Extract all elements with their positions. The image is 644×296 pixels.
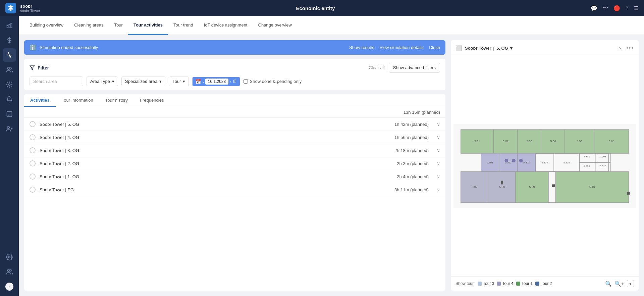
company-subtitle: soobr Tower: [20, 9, 40, 13]
tab-iot-device[interactable]: IoT device assignment: [199, 16, 253, 35]
svg-point-59: [504, 159, 508, 162]
activity-radio[interactable]: [30, 134, 36, 140]
sidebar-icon-alerts[interactable]: [3, 93, 16, 106]
sidebar-icon-settings[interactable]: [3, 250, 16, 264]
filter-section: Filter Clear all Show advanced filters A…: [24, 59, 445, 90]
floor-nav-right-btn[interactable]: ›: [616, 44, 624, 52]
tab-tour-activities[interactable]: Tour activities: [128, 16, 168, 35]
legend-zoom-actions: 🔍 🔍+ ▾: [605, 280, 634, 287]
area-type-dropdown[interactable]: Area Type ▾: [87, 77, 118, 86]
sub-tab-tour-history[interactable]: Tour history: [99, 94, 134, 107]
date-filter[interactable]: 📅 ‹ 10.1.2023 › 🗓: [192, 77, 240, 86]
activity-name: Soobr Tower | 2. OG: [40, 161, 393, 166]
tab-cleaning-areas[interactable]: Cleaning areas: [69, 16, 109, 35]
legend-tour-2[interactable]: Tour 2: [535, 281, 552, 286]
sub-tab-frequencies[interactable]: Frequencies: [134, 94, 170, 107]
tour-dropdown[interactable]: Tour ▾: [169, 77, 189, 86]
activity-expand-icon[interactable]: ∨: [437, 135, 440, 140]
svg-point-5: [9, 84, 10, 86]
legend-tour-2-label: Tour 2: [541, 281, 552, 286]
zoom-out-btn[interactable]: 🔍: [605, 280, 612, 287]
activity-radio[interactable]: [30, 160, 36, 166]
activity-expand-icon[interactable]: ∨: [437, 187, 440, 192]
activity-radio[interactable]: [30, 121, 36, 127]
activity-duration: 1h 42m (planned): [394, 122, 429, 127]
main-layout: › Building overview Cleaning areas Tour …: [0, 16, 644, 296]
filter-icon: [30, 65, 35, 70]
table-row[interactable]: Soobr Tower | 5. OG 1h 42m (planned) ∨: [24, 118, 445, 131]
table-row[interactable]: Soobr Tower | 1. OG 2h 4m (planned) ∨: [24, 170, 445, 183]
advanced-filters-btn[interactable]: Show advanced filters: [389, 63, 440, 72]
specialized-area-chevron-icon: ▾: [159, 79, 162, 84]
zoom-in-btn[interactable]: 🔍+: [614, 280, 624, 287]
show-results-btn[interactable]: Show results: [349, 45, 374, 50]
tab-building-overview[interactable]: Building overview: [24, 16, 69, 35]
activities-total: 13h 15m (planned): [24, 107, 445, 118]
activity-name: Soobr Tower | EG: [40, 187, 390, 192]
table-row[interactable]: Soobr Tower | 4. OG 1h 56m (planned) ∨: [24, 131, 445, 144]
sub-tab-activities[interactable]: Activities: [24, 94, 56, 107]
svg-text:5.06: 5.06: [609, 140, 614, 143]
legend-tour-3-label: Tour 3: [483, 281, 494, 286]
tab-tour-trend[interactable]: Tour trend: [168, 16, 199, 35]
help-icon[interactable]: ?: [626, 5, 629, 11]
sidebar-icon-user-group[interactable]: [3, 265, 16, 279]
search-area-input[interactable]: [30, 77, 83, 86]
activity-radio[interactable]: [30, 174, 36, 180]
table-row[interactable]: Soobr Tower | EG 3h 11m (planned) ∨: [24, 183, 445, 196]
tab-tour[interactable]: Tour: [109, 16, 128, 35]
sidebar-icon-dollar[interactable]: [3, 34, 16, 47]
sidebar-icon-user-add[interactable]: [3, 122, 16, 136]
floor-plan-icon: ⬜: [455, 45, 462, 51]
sim-message-text: Simulation ended successfully: [40, 45, 98, 50]
activity-expand-icon[interactable]: ∨: [437, 161, 440, 166]
activity-expand-icon[interactable]: ∨: [437, 174, 440, 179]
floor-plan-area: 5.01 5.02 5.03 5.04 5.05 5.06: [451, 56, 639, 276]
sidebar-icon-people[interactable]: [3, 63, 16, 77]
specialized-area-dropdown[interactable]: Specialized area ▾: [121, 77, 165, 86]
close-banner-btn[interactable]: Close: [429, 45, 440, 50]
legend-tour-1[interactable]: Tour 1: [516, 281, 533, 286]
company-name: soobr: [20, 4, 40, 9]
activity-expand-icon[interactable]: ∨: [437, 121, 440, 127]
app-logo[interactable]: [5, 3, 16, 13]
legend-tour-4[interactable]: Tour 4: [497, 281, 513, 286]
legend-tour-3[interactable]: Tour 3: [478, 281, 494, 286]
more-options-btn[interactable]: •••: [626, 45, 634, 51]
menu-icon[interactable]: ☰: [634, 5, 639, 11]
activity-duration: 1h 56m (planned): [394, 135, 429, 140]
legend-filter-dropdown[interactable]: ▾: [627, 280, 634, 287]
sub-tab-tour-information[interactable]: Tour Information: [56, 94, 99, 107]
svg-text:5.304: 5.304: [541, 161, 548, 164]
clear-all-btn[interactable]: Clear all: [369, 65, 385, 70]
tab-change-overview[interactable]: Change overview: [253, 16, 297, 35]
activities-panel: Activities Tour Information Tour history…: [24, 94, 445, 291]
page-title: Economic entity: [44, 5, 587, 11]
table-row[interactable]: Soobr Tower | 3. OG 2h 18m (planned) ∨: [24, 144, 445, 157]
sidebar-collapse-btn[interactable]: ›: [5, 283, 13, 291]
floor-level: 5. OG: [496, 46, 508, 51]
table-row[interactable]: Soobr Tower | 2. OG 2h 3m (planned) ∨: [24, 157, 445, 170]
view-simulation-details-btn[interactable]: View simulation details: [379, 45, 423, 50]
sidebar-icon-charts[interactable]: [3, 19, 16, 32]
date-nav-right[interactable]: ›: [230, 79, 231, 84]
chat-icon[interactable]: 💬: [591, 5, 597, 11]
notification-icon[interactable]: 🔴: [613, 5, 620, 11]
activity-duration: 2h 4m (planned): [397, 174, 429, 179]
date-picker-icon[interactable]: 🗓: [233, 79, 237, 84]
show-done-pending-checkbox[interactable]: Show done & pending only: [244, 79, 302, 84]
svg-text:5.307: 5.307: [584, 155, 590, 158]
sidebar-icon-cleaning[interactable]: [3, 78, 16, 91]
sidebar-icon-tasks[interactable]: [3, 107, 16, 121]
content-area: Building overview Cleaning areas Tour To…: [19, 16, 644, 296]
sidebar: ›: [0, 16, 19, 296]
activity-radio[interactable]: [30, 147, 36, 153]
activity-icon[interactable]: 〜: [603, 5, 608, 12]
building-name: Soobr Tower: [465, 46, 491, 51]
floor-selector[interactable]: Soobr Tower | 5. OG ▾: [465, 46, 513, 51]
activity-radio[interactable]: [30, 187, 36, 193]
sidebar-icon-analytics[interactable]: [3, 48, 16, 62]
activity-expand-icon[interactable]: ∨: [437, 148, 440, 153]
show-done-pending-input[interactable]: [244, 79, 248, 84]
filter-title: Filter: [30, 65, 49, 70]
